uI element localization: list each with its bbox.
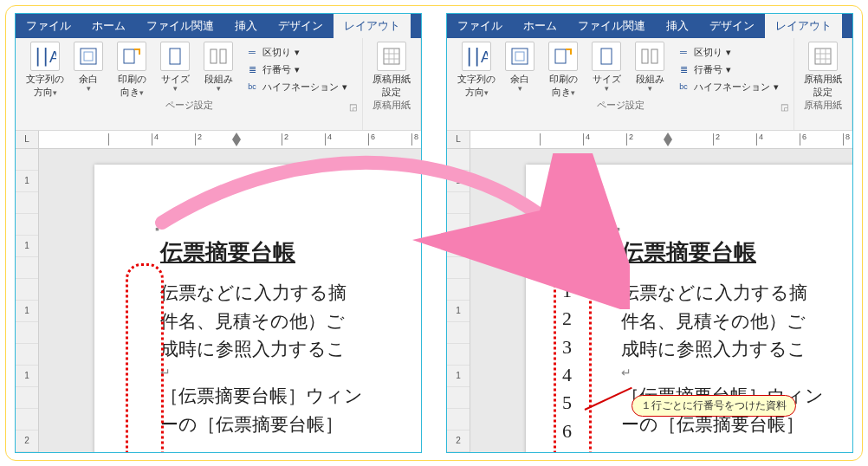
cmd-size[interactable]: サイズ▾ bbox=[586, 42, 626, 93]
indent-marker-icon[interactable] bbox=[230, 133, 243, 146]
cmd-manuscript[interactable]: 原稿用紙 設定 bbox=[367, 42, 416, 99]
tab-design[interactable]: デザイン bbox=[268, 14, 334, 38]
callout-label: １行ごとに行番号をつけた資料 bbox=[632, 395, 796, 417]
group-label-page: ページ設定 ◲ bbox=[449, 99, 792, 113]
svg-rect-16 bbox=[601, 49, 612, 64]
launcher-icon[interactable]: ◲ bbox=[781, 102, 788, 112]
line-number: 5 bbox=[562, 389, 572, 417]
cmd-hyphenation[interactable]: bc ハイフネーション▾ bbox=[245, 80, 349, 94]
word-window-after: ファイル ホーム ファイル関連 挿入 デザイン レイアウト ⎮⎮A 文字列の 方… bbox=[446, 13, 853, 453]
doc-line: 件名、見積その他）ご bbox=[160, 307, 422, 336]
svg-rect-18 bbox=[651, 49, 657, 63]
tab-file[interactable]: ファイル bbox=[447, 14, 513, 38]
group-manuscript: 原稿用紙 設定 原稿用紙 bbox=[363, 38, 421, 130]
ruler-horizontal[interactable]: 4 2 2 4 6 8 bbox=[470, 131, 852, 148]
svg-rect-17 bbox=[642, 49, 648, 63]
manuscript-icon bbox=[377, 42, 406, 71]
document-area: 1 1 1 1 2 ▪ 伝票摘要台帳 伝票などに入力する摘 件名、見積その他）ご… bbox=[447, 149, 852, 453]
linenum-icon: ≣ bbox=[677, 62, 690, 76]
small-commands: ═ 区切り▾ ≣ 行番号▾ bc ハイフネーション▾ bbox=[242, 42, 353, 94]
vruler-gutter: 1 1 1 1 2 bbox=[16, 149, 39, 453]
doc-title: 伝票摘要台帳 bbox=[160, 236, 422, 270]
tab-layout[interactable]: レイアウト bbox=[765, 14, 842, 38]
margins-icon bbox=[74, 42, 103, 71]
cmd-line-numbers[interactable]: ≣行番号▾ bbox=[677, 62, 781, 76]
svg-rect-3 bbox=[124, 49, 134, 63]
margins-icon bbox=[505, 42, 534, 71]
breaks-icon: ═ bbox=[677, 45, 690, 59]
cmd-columns[interactable]: 段組み▾ bbox=[198, 42, 238, 93]
ribbon-tabs: ファイル ホーム ファイル関連 挿入 デザイン レイアウト bbox=[447, 14, 852, 38]
ruler-corner[interactable]: L bbox=[447, 131, 470, 148]
tab-home[interactable]: ホーム bbox=[81, 14, 136, 38]
text-direction-icon: ⎮⎮A bbox=[462, 42, 491, 71]
group-label-page: ページ設定 ◲ bbox=[17, 99, 360, 113]
svg-rect-6 bbox=[220, 49, 226, 63]
para-mark-icon: ↵ bbox=[621, 364, 853, 383]
cmd-size[interactable]: サイズ▾ bbox=[155, 42, 195, 93]
line-number: 4 bbox=[562, 361, 572, 389]
cmd-breaks[interactable]: ═ 区切り▾ bbox=[245, 45, 349, 59]
size-icon bbox=[592, 42, 621, 71]
tab-layout[interactable]: レイアウト bbox=[334, 14, 411, 38]
cmd-breaks[interactable]: ═区切り▾ bbox=[677, 45, 781, 59]
tab-home[interactable]: ホーム bbox=[513, 14, 567, 38]
cmd-line-numbers[interactable]: ≣ 行番号▾ bbox=[245, 62, 349, 76]
line-number: 1 bbox=[562, 277, 572, 305]
tab-filerel[interactable]: ファイル関連 bbox=[567, 14, 656, 38]
tab-file[interactable]: ファイル bbox=[16, 14, 81, 38]
line-number: 7 bbox=[562, 445, 572, 453]
cmd-columns[interactable]: 段組み▾ bbox=[630, 42, 670, 93]
doc-line: ーの［伝票摘要台帳］ bbox=[160, 411, 422, 439]
text-direction-icon: ⎮⎮A bbox=[30, 42, 60, 71]
svg-rect-14 bbox=[515, 52, 524, 61]
cmd-margins[interactable]: 余白▾ bbox=[68, 42, 108, 93]
paper-viewport[interactable]: ▪ 伝票摘要台帳 伝票などに入力する摘 件名、見積その他）ご 成時に参照入力する… bbox=[470, 149, 852, 453]
svg-rect-1 bbox=[81, 49, 96, 64]
group-label-manuscript: 原稿用紙 bbox=[796, 99, 850, 113]
svg-rect-2 bbox=[84, 52, 93, 61]
doc-line: ［伝票摘要台帳］ウィン bbox=[160, 382, 422, 411]
line-number: 6 bbox=[562, 417, 572, 445]
paper: ▪ 伝票摘要台帳 伝票などに入力する摘 件名、見積その他）ご 成時に参照入力する… bbox=[94, 165, 422, 453]
cmd-text-direction[interactable]: ⎮⎮A 文字列の 方向▾ bbox=[25, 42, 65, 99]
tab-filerel[interactable]: ファイル関連 bbox=[136, 14, 224, 38]
doc-line: 伝票などに入力する摘 bbox=[621, 279, 853, 307]
cmd-orientation[interactable]: 印刷の 向き▾ bbox=[543, 42, 583, 99]
line-numbers: 1 2 3 4 5 6 7 bbox=[562, 277, 572, 453]
cmd-text-direction[interactable]: ⎮⎮A 文字列の 方向▾ bbox=[457, 42, 496, 99]
svg-text:⎮⎮A: ⎮⎮A bbox=[465, 48, 488, 67]
svg-rect-4 bbox=[170, 49, 180, 64]
cmd-orientation[interactable]: 印刷の 向き▾ bbox=[112, 42, 152, 99]
hyphen-icon: bc bbox=[245, 80, 259, 94]
line-number: 2 bbox=[562, 305, 572, 333]
cmd-hyphenation[interactable]: bcハイフネーション▾ bbox=[677, 80, 781, 94]
para-mark-icon: ↵ bbox=[160, 364, 422, 383]
group-page-setup: ⎮⎮A 文字列の 方向▾ 余白▾ bbox=[16, 38, 363, 130]
vruler-gutter: 1 1 1 1 2 bbox=[447, 149, 470, 453]
ruler-horizontal[interactable]: 4 2 2 4 6 8 bbox=[39, 131, 421, 148]
breaks-icon: ═ bbox=[245, 45, 259, 59]
ribbon: ⎮⎮A 文字列の 方向▾ 余白▾ 印刷の 向き▾ bbox=[447, 38, 852, 131]
ruler-corner[interactable]: L bbox=[16, 131, 39, 148]
manuscript-icon bbox=[808, 42, 838, 71]
line-number: 3 bbox=[562, 333, 572, 361]
columns-icon bbox=[204, 42, 233, 71]
tab-insert[interactable]: 挿入 bbox=[224, 14, 268, 38]
size-icon bbox=[160, 42, 190, 71]
launcher-icon[interactable]: ◲ bbox=[349, 102, 357, 112]
indent-marker-icon[interactable] bbox=[661, 133, 675, 146]
tab-insert[interactable]: 挿入 bbox=[656, 14, 699, 38]
paper-viewport[interactable]: ▪ 伝票摘要台帳 伝票などに入力する摘 件名、見積その他）ご 成時に参照入力する… bbox=[39, 149, 421, 453]
cmd-margins[interactable]: 余白▾ bbox=[500, 42, 540, 93]
doc-line: 件名、見積その他）ご bbox=[621, 307, 853, 336]
group-page-setup: ⎮⎮A 文字列の 方向▾ 余白▾ 印刷の 向き▾ bbox=[447, 38, 794, 130]
svg-rect-15 bbox=[555, 49, 566, 63]
tab-design[interactable]: デザイン bbox=[699, 14, 765, 38]
group-manuscript: 原稿用紙 設定 原稿用紙 bbox=[794, 38, 852, 130]
orientation-icon bbox=[548, 42, 578, 71]
ribbon-tabs: ファイル ホーム ファイル関連 挿入 デザイン レイアウト bbox=[16, 14, 421, 38]
columns-icon bbox=[635, 42, 664, 71]
doc-line: 成時に参照入力するこ bbox=[621, 335, 853, 364]
cmd-manuscript[interactable]: 原稿用紙 設定 bbox=[799, 42, 847, 99]
